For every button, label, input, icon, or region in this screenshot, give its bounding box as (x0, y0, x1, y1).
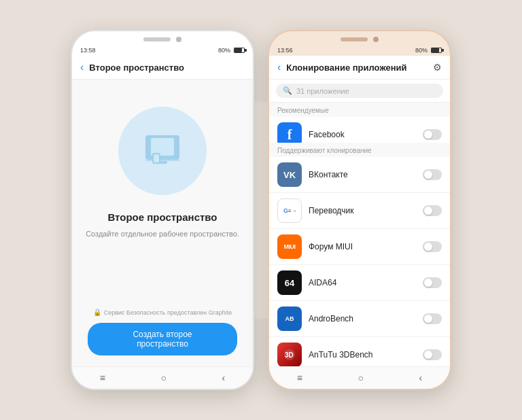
androbench-icon: AB (277, 307, 302, 331)
illustration-circle (118, 107, 207, 195)
back-icon-left[interactable]: ‹ (222, 372, 226, 383)
search-icon: 🔍 (283, 86, 292, 95)
back-button-left[interactable]: ‹ (80, 61, 84, 73)
back-button-right[interactable]: ‹ (277, 61, 281, 73)
list-item: G ≡→ Переводчик (269, 193, 450, 229)
security-icon: 🔒 (93, 309, 101, 316)
aida-icon: 64 (277, 270, 302, 295)
security-notice: 🔒 Сервис Безопасность предоставлен Graph… (93, 309, 232, 316)
left-screen-area: Второе пространство Создайте отдельное р… (72, 80, 253, 366)
cloning-app-list: VK ВКонтакте G ≡→ Переводчик (269, 157, 450, 366)
section-label-cloning: Поддерживают клонирование (269, 143, 450, 157)
recommended-app-list: f Facebook (269, 117, 450, 143)
device-illustration-icon (139, 127, 186, 175)
app-name-antutu-3d: AnTuTu 3DBench (309, 350, 416, 360)
battery-icon-left (234, 48, 245, 53)
left-bottom-section: 🔒 Сервис Безопасность предоставлен Graph… (72, 309, 253, 366)
nav-bar-left: ‹ Второе пространство (72, 56, 253, 80)
speaker-left (143, 37, 171, 41)
home-icon-left[interactable]: ○ (161, 372, 167, 383)
battery-icon-right (431, 48, 442, 53)
battery-fill-right (432, 48, 439, 52)
app-name-androbench: AndroBench (309, 314, 416, 323)
speaker-right (341, 37, 368, 41)
camera-right (373, 37, 379, 42)
nav-title-right: Клонирование приложений (286, 63, 433, 73)
settings-icon-right[interactable]: ⚙ (433, 62, 442, 73)
app-list-wrapper: Рекомендуемые f Facebook Поддерживают кл… (269, 103, 450, 366)
bottom-nav-right: ≡ ○ ‹ (269, 366, 450, 389)
svg-text:G: G (283, 207, 288, 214)
miui-icon: MIUI (277, 234, 302, 259)
facebook-icon: f (277, 122, 302, 143)
home-icon-right[interactable]: ○ (358, 372, 364, 383)
list-item: VK ВКонтакте (269, 157, 450, 193)
vk-icon: VK (277, 162, 302, 187)
app-name-miui: Форум MIUI (309, 242, 416, 251)
svg-text:3D: 3D (285, 351, 294, 359)
antutu-3d-svg: 3D (282, 347, 297, 362)
phones-container: 13:58 80% ‹ Второе пространство (71, 30, 451, 390)
app-name-aida: AIDA64 (309, 278, 416, 287)
phone-left: 13:58 80% ‹ Второе пространство (71, 30, 254, 390)
svg-text:≡→: ≡→ (288, 208, 297, 214)
svg-rect-5 (154, 154, 159, 162)
search-bar[interactable]: 🔍 31 приложение (276, 84, 443, 98)
svg-rect-3 (145, 160, 179, 161)
battery-text-right: 80% (415, 47, 428, 54)
status-bar-left: 13:58 80% (72, 45, 253, 56)
list-item: 3D AnTuTu 3DBench (269, 337, 450, 366)
app-name-translate: Переводчик (309, 206, 416, 215)
status-right-right: 80% (415, 47, 442, 54)
nav-bar-right: ‹ Клонирование приложений ⚙ (269, 56, 450, 80)
antutu-3d-icon: 3D (277, 343, 302, 366)
list-item: AB AndroBench (269, 301, 450, 337)
translate-icon: G ≡→ (277, 198, 302, 223)
battery-text-left: 80% (218, 47, 230, 54)
phone-right: 13:56 80% ‹ Клонирование приложений ⚙ (268, 30, 451, 390)
back-icon-right[interactable]: ‹ (419, 372, 423, 383)
toggle-vk[interactable] (423, 169, 442, 180)
toggle-aida[interactable] (423, 277, 442, 288)
app-name-vk: ВКонтакте (309, 170, 416, 179)
list-item: 64 AIDA64 (269, 265, 450, 301)
camera-left (176, 37, 181, 42)
translate-svg: G ≡→ (282, 203, 297, 218)
list-item: MIUI Форум MIUI (269, 229, 450, 265)
menu-icon-right[interactable]: ≡ (297, 372, 302, 383)
toggle-facebook[interactable] (423, 129, 442, 140)
section-label-recommended: Рекомендуемые (269, 103, 450, 117)
toggle-translate[interactable] (423, 205, 442, 216)
left-screen-content: Второе пространство Создайте отдельное р… (72, 80, 253, 366)
status-bar-right: 13:56 80% (269, 45, 450, 56)
right-screen-area: 🔍 31 приложение Рекомендуемые f Facebook (269, 80, 450, 366)
nav-title-left: Второе пространство (89, 63, 245, 73)
search-bar-container: 🔍 31 приложение (269, 80, 450, 103)
create-second-space-button[interactable]: Создать второе пространство (88, 323, 237, 355)
left-screen-subtitle: Создайте отдельное рабочее пространство. (72, 228, 253, 240)
phone-top-bar-left (72, 31, 253, 45)
battery-fill-left (234, 48, 242, 52)
phone-top-bar-right (269, 31, 450, 45)
time-right: 13:56 (277, 47, 293, 54)
app-name-facebook: Facebook (309, 130, 416, 139)
list-item: f Facebook (269, 117, 450, 143)
left-screen-title: Второе пространство (107, 211, 217, 223)
status-right-left: 80% (218, 47, 245, 54)
menu-icon-left[interactable]: ≡ (100, 372, 105, 383)
bottom-nav-left: ≡ ○ ‹ (72, 366, 253, 389)
search-placeholder: 31 приложение (296, 87, 349, 95)
toggle-antutu-3d[interactable] (423, 349, 442, 360)
time-left: 13:58 (80, 47, 96, 54)
toggle-miui[interactable] (423, 241, 442, 252)
toggle-androbench[interactable] (423, 313, 442, 324)
